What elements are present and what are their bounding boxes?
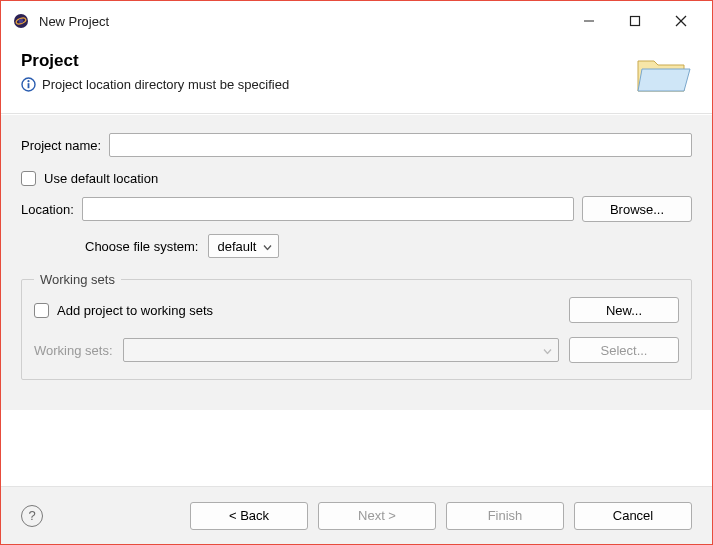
cancel-button[interactable]: Cancel: [574, 502, 692, 530]
button-bar: ? < Back Next > Finish Cancel: [1, 486, 712, 544]
chevron-down-icon: [543, 343, 552, 358]
back-button[interactable]: < Back: [190, 502, 308, 530]
banner-heading: Project: [21, 51, 624, 71]
info-icon: [21, 77, 36, 92]
project-name-label: Project name:: [21, 138, 101, 153]
content-area: Project name: Use default location Locat…: [1, 114, 712, 410]
location-label: Location:: [21, 202, 74, 217]
svg-point-2: [19, 19, 24, 24]
close-button[interactable]: [658, 6, 704, 36]
next-button: Next >: [318, 502, 436, 530]
eclipse-icon: [13, 13, 29, 29]
working-sets-select: [123, 338, 559, 362]
finish-button: Finish: [446, 502, 564, 530]
new-working-set-button[interactable]: New...: [569, 297, 679, 323]
maximize-button[interactable]: [612, 6, 658, 36]
choose-fs-label: Choose file system:: [85, 239, 198, 254]
question-icon: ?: [28, 508, 35, 523]
working-sets-group: Working sets Add project to working sets…: [21, 272, 692, 380]
use-default-location-label: Use default location: [44, 171, 158, 186]
svg-rect-9: [28, 83, 30, 88]
minimize-button[interactable]: [566, 6, 612, 36]
banner-message: Project location directory must be speci…: [42, 77, 289, 92]
svg-point-8: [27, 80, 29, 82]
folder-icon: [634, 51, 692, 97]
working-sets-label: Working sets:: [34, 343, 113, 358]
choose-fs-select[interactable]: default: [208, 234, 279, 258]
select-working-sets-button: Select...: [569, 337, 679, 363]
browse-button[interactable]: Browse...: [582, 196, 692, 222]
add-to-working-sets-label: Add project to working sets: [57, 303, 213, 318]
location-input[interactable]: [82, 197, 574, 221]
banner: Project Project location directory must …: [1, 41, 712, 114]
choose-fs-value: default: [217, 239, 256, 254]
working-sets-legend: Working sets: [34, 272, 121, 287]
svg-rect-4: [631, 17, 640, 26]
help-button[interactable]: ?: [21, 505, 43, 527]
project-name-input[interactable]: [109, 133, 692, 157]
chevron-down-icon: [263, 239, 272, 254]
add-to-working-sets-checkbox[interactable]: [34, 303, 49, 318]
use-default-location-checkbox[interactable]: [21, 171, 36, 186]
titlebar: New Project: [1, 1, 712, 41]
window-title: New Project: [39, 14, 109, 29]
